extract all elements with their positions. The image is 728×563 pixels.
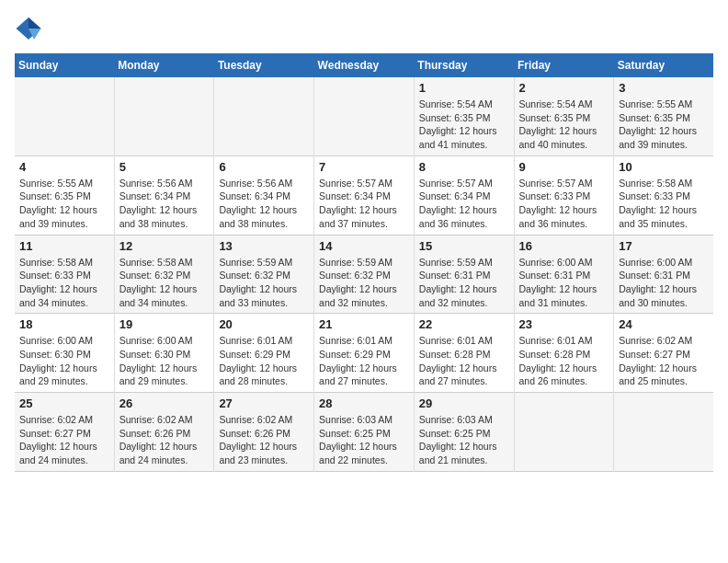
calendar-week-row: 1Sunrise: 5:54 AM Sunset: 6:35 PM Daylig… [15, 77, 713, 155]
calendar-day-cell: 4Sunrise: 5:55 AM Sunset: 6:35 PM Daylig… [15, 155, 114, 235]
weekday-header: Wednesday [314, 53, 415, 77]
logo-icon [15, 15, 42, 42]
day-info: Sunrise: 5:59 AM Sunset: 6:31 PM Dayligh… [419, 256, 509, 310]
weekday-header: Sunday [15, 53, 114, 77]
calendar-day-cell: 7Sunrise: 5:57 AM Sunset: 6:34 PM Daylig… [314, 155, 415, 235]
day-number: 10 [619, 160, 709, 174]
calendar-day-cell: 5Sunrise: 5:56 AM Sunset: 6:34 PM Daylig… [114, 155, 214, 235]
weekday-header: Tuesday [214, 53, 314, 77]
calendar-day-cell: 8Sunrise: 5:57 AM Sunset: 6:34 PM Daylig… [414, 155, 514, 235]
calendar-day-cell: 15Sunrise: 5:59 AM Sunset: 6:31 PM Dayli… [414, 235, 514, 314]
weekday-header: Thursday [414, 53, 514, 77]
calendar-day-cell: 9Sunrise: 5:57 AM Sunset: 6:33 PM Daylig… [514, 155, 614, 235]
day-number: 7 [319, 160, 409, 174]
day-info: Sunrise: 5:59 AM Sunset: 6:32 PM Dayligh… [319, 256, 409, 310]
calendar-day-cell [114, 77, 214, 155]
day-number: 12 [119, 239, 210, 253]
weekday-header: Monday [114, 53, 214, 77]
day-number: 9 [519, 160, 609, 174]
day-number: 27 [219, 396, 309, 410]
calendar-week-row: 25Sunrise: 6:02 AM Sunset: 6:27 PM Dayli… [15, 393, 713, 472]
day-number: 3 [619, 81, 709, 95]
calendar-day-cell: 25Sunrise: 6:02 AM Sunset: 6:27 PM Dayli… [15, 393, 114, 472]
day-info: Sunrise: 6:00 AM Sunset: 6:31 PM Dayligh… [519, 256, 609, 310]
calendar-day-cell: 3Sunrise: 5:55 AM Sunset: 6:35 PM Daylig… [614, 77, 713, 155]
day-info: Sunrise: 5:59 AM Sunset: 6:32 PM Dayligh… [219, 256, 309, 310]
calendar-day-cell [514, 393, 614, 472]
weekday-header: Saturday [614, 53, 713, 77]
calendar-day-cell [614, 393, 713, 472]
day-number: 8 [419, 160, 509, 174]
day-info: Sunrise: 5:57 AM Sunset: 6:34 PM Dayligh… [319, 177, 409, 231]
day-info: Sunrise: 6:02 AM Sunset: 6:27 PM Dayligh… [19, 413, 109, 467]
weekday-header-row: SundayMondayTuesdayWednesdayThursdayFrid… [15, 53, 713, 77]
day-info: Sunrise: 6:00 AM Sunset: 6:31 PM Dayligh… [619, 256, 709, 310]
day-info: Sunrise: 6:03 AM Sunset: 6:25 PM Dayligh… [319, 413, 409, 467]
day-number: 29 [419, 396, 509, 410]
day-number: 18 [19, 317, 109, 331]
day-info: Sunrise: 5:56 AM Sunset: 6:34 PM Dayligh… [119, 177, 210, 231]
day-info: Sunrise: 6:00 AM Sunset: 6:30 PM Dayligh… [119, 334, 210, 388]
day-number: 5 [119, 160, 210, 174]
calendar-day-cell: 10Sunrise: 5:58 AM Sunset: 6:33 PM Dayli… [614, 155, 713, 235]
day-info: Sunrise: 5:54 AM Sunset: 6:35 PM Dayligh… [519, 98, 609, 152]
calendar-week-row: 11Sunrise: 5:58 AM Sunset: 6:33 PM Dayli… [15, 235, 713, 314]
calendar-week-row: 4Sunrise: 5:55 AM Sunset: 6:35 PM Daylig… [15, 155, 713, 235]
calendar-day-cell: 22Sunrise: 6:01 AM Sunset: 6:28 PM Dayli… [414, 314, 514, 393]
calendar-day-cell: 26Sunrise: 6:02 AM Sunset: 6:26 PM Dayli… [114, 393, 214, 472]
calendar-week-row: 18Sunrise: 6:00 AM Sunset: 6:30 PM Dayli… [15, 314, 713, 393]
day-info: Sunrise: 6:02 AM Sunset: 6:26 PM Dayligh… [219, 413, 309, 467]
calendar-day-cell [314, 77, 415, 155]
day-number: 28 [319, 396, 409, 410]
calendar-day-cell: 20Sunrise: 6:01 AM Sunset: 6:29 PM Dayli… [214, 314, 314, 393]
calendar-day-cell: 6Sunrise: 5:56 AM Sunset: 6:34 PM Daylig… [214, 155, 314, 235]
day-number: 23 [519, 317, 609, 331]
day-info: Sunrise: 5:57 AM Sunset: 6:34 PM Dayligh… [419, 177, 509, 231]
day-number: 25 [19, 396, 109, 410]
day-info: Sunrise: 6:02 AM Sunset: 6:26 PM Dayligh… [119, 413, 210, 467]
calendar-day-cell: 27Sunrise: 6:02 AM Sunset: 6:26 PM Dayli… [214, 393, 314, 472]
day-number: 24 [619, 317, 709, 331]
svg-marker-1 [28, 17, 41, 29]
calendar-day-cell: 29Sunrise: 6:03 AM Sunset: 6:25 PM Dayli… [414, 393, 514, 472]
calendar-day-cell: 28Sunrise: 6:03 AM Sunset: 6:25 PM Dayli… [314, 393, 415, 472]
calendar-day-cell: 23Sunrise: 6:01 AM Sunset: 6:28 PM Dayli… [514, 314, 614, 393]
day-info: Sunrise: 5:58 AM Sunset: 6:33 PM Dayligh… [19, 256, 109, 310]
calendar-day-cell: 11Sunrise: 5:58 AM Sunset: 6:33 PM Dayli… [15, 235, 114, 314]
day-info: Sunrise: 6:01 AM Sunset: 6:28 PM Dayligh… [419, 334, 509, 388]
day-number: 13 [219, 239, 309, 253]
day-info: Sunrise: 6:01 AM Sunset: 6:28 PM Dayligh… [519, 334, 609, 388]
calendar-day-cell [214, 77, 314, 155]
day-number: 19 [119, 317, 210, 331]
day-info: Sunrise: 6:00 AM Sunset: 6:30 PM Dayligh… [19, 334, 109, 388]
day-number: 15 [419, 239, 509, 253]
calendar-day-cell: 19Sunrise: 6:00 AM Sunset: 6:30 PM Dayli… [114, 314, 214, 393]
day-number: 11 [19, 239, 109, 253]
day-number: 22 [419, 317, 509, 331]
day-info: Sunrise: 5:54 AM Sunset: 6:35 PM Dayligh… [419, 98, 509, 152]
day-info: Sunrise: 5:56 AM Sunset: 6:34 PM Dayligh… [219, 177, 309, 231]
day-number: 14 [319, 239, 409, 253]
page-header [15, 15, 713, 42]
calendar-day-cell: 12Sunrise: 5:58 AM Sunset: 6:32 PM Dayli… [114, 235, 214, 314]
day-number: 6 [219, 160, 309, 174]
day-info: Sunrise: 6:01 AM Sunset: 6:29 PM Dayligh… [219, 334, 309, 388]
calendar-day-cell: 24Sunrise: 6:02 AM Sunset: 6:27 PM Dayli… [614, 314, 713, 393]
day-info: Sunrise: 5:55 AM Sunset: 6:35 PM Dayligh… [619, 98, 709, 152]
day-number: 4 [19, 160, 109, 174]
calendar-table: SundayMondayTuesdayWednesdayThursdayFrid… [15, 53, 713, 472]
logo [15, 15, 46, 42]
calendar-day-cell: 1Sunrise: 5:54 AM Sunset: 6:35 PM Daylig… [414, 77, 514, 155]
day-number: 2 [519, 81, 609, 95]
day-number: 16 [519, 239, 609, 253]
day-number: 21 [319, 317, 409, 331]
calendar-day-cell: 2Sunrise: 5:54 AM Sunset: 6:35 PM Daylig… [514, 77, 614, 155]
calendar-day-cell: 16Sunrise: 6:00 AM Sunset: 6:31 PM Dayli… [514, 235, 614, 314]
weekday-header: Friday [514, 53, 614, 77]
calendar-day-cell: 18Sunrise: 6:00 AM Sunset: 6:30 PM Dayli… [15, 314, 114, 393]
day-info: Sunrise: 5:58 AM Sunset: 6:32 PM Dayligh… [119, 256, 210, 310]
day-info: Sunrise: 5:57 AM Sunset: 6:33 PM Dayligh… [519, 177, 609, 231]
day-number: 26 [119, 396, 210, 410]
calendar-day-cell [15, 77, 114, 155]
calendar-day-cell: 14Sunrise: 5:59 AM Sunset: 6:32 PM Dayli… [314, 235, 415, 314]
